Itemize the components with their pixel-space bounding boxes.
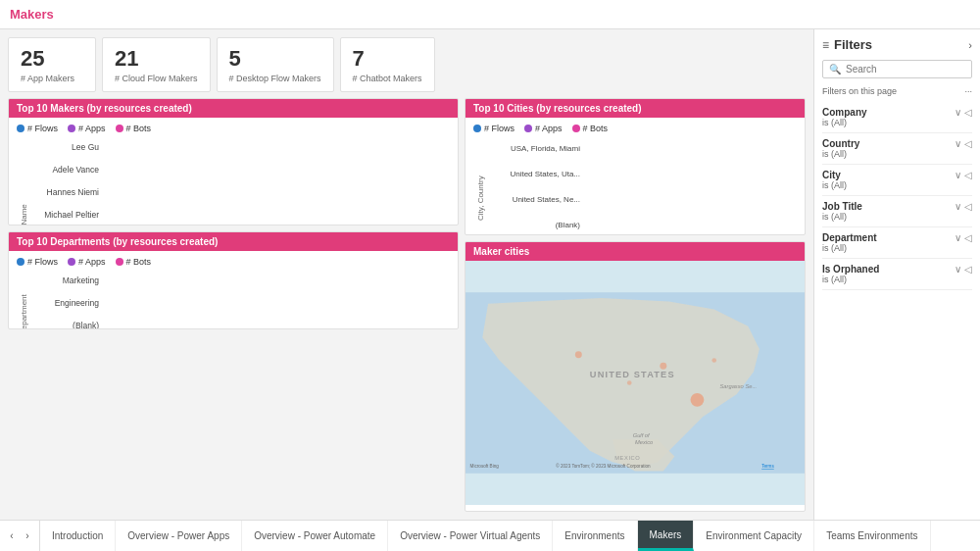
filter-expand-icon[interactable]: ∨ <box>955 264 961 275</box>
dept-chart-body: # Flows# Apps# Bots Department Marketing… <box>9 251 458 329</box>
city-label: United States, Ne... <box>488 195 586 204</box>
cities-chart-panel: Top 10 Cities (by resources created) # F… <box>465 98 806 235</box>
search-input[interactable] <box>846 64 965 75</box>
makers-chart-wrapper: Maker Name Lee GuAdele VanceHannes Niemi… <box>17 137 450 225</box>
legend-item: # Bots <box>116 257 152 267</box>
bar-row: Marketing <box>31 271 450 290</box>
svg-point-7 <box>660 363 666 370</box>
kpi-card-2: 5# Desktop Flow Makers <box>217 37 334 92</box>
kpi-label-1: # Cloud Flow Makers <box>115 74 198 83</box>
makers-chart-body: # Flows# Apps# Bots Maker Name Lee GuAde… <box>9 118 458 225</box>
filter-expand-icon[interactable]: ∨ <box>955 201 961 212</box>
filter-clear-icon[interactable]: ◁ <box>964 264 972 275</box>
filter-header: ≡ Filters › <box>822 37 972 52</box>
bar-row: Lee Gu <box>31 137 450 157</box>
filter-name: Company <box>822 107 867 118</box>
filter-item-header: Country ∨ ◁ <box>822 138 972 149</box>
map-header: Maker cities <box>466 242 805 261</box>
nav-tab-overview---power-virtual-agents[interactable]: Overview - Power Virtual Agents <box>388 521 553 551</box>
makers-chart-header: Top 10 Makers (by resources created) <box>9 99 458 118</box>
makers-y-label: Maker Name <box>17 137 31 225</box>
top-bar: Makers <box>0 0 980 29</box>
bar-label: (Blank) <box>31 321 105 329</box>
city-bar-row: USA, Florida, Miami <box>488 137 797 160</box>
filter-name: Job Title <box>822 201 862 212</box>
filter-item-job-title: Job Title ∨ ◁ is (All) <box>822 196 972 227</box>
filter-clear-icon[interactable]: ◁ <box>964 170 972 180</box>
charts-row: Top 10 Makers (by resources created) # F… <box>8 98 806 512</box>
filter-controls: ∨ ◁ <box>955 201 972 212</box>
legend-item: # Flows <box>17 124 58 133</box>
filter-controls: ∨ ◁ <box>955 138 972 149</box>
filter-expand-icon[interactable]: ∨ <box>955 138 961 149</box>
kpi-card-1: 21# Cloud Flow Makers <box>102 37 211 92</box>
search-box[interactable]: 🔍 <box>822 60 972 78</box>
filter-name: Department <box>822 232 877 243</box>
dept-chart-panel: Top 10 Departments (by resources created… <box>8 231 459 329</box>
cities-legend: # Flows# Apps# Bots <box>473 124 797 133</box>
filter-title: ≡ Filters <box>822 37 872 52</box>
filters-on-page-label: Filters on this page ··· <box>822 86 972 96</box>
kpi-card-0: 25# App Makers <box>8 37 96 92</box>
svg-text:Terms: Terms <box>761 464 774 469</box>
filter-clear-icon[interactable]: ◁ <box>964 201 972 212</box>
filter-name: Is Orphaned <box>822 264 879 275</box>
nav-prev-arrow[interactable]: ‹ <box>5 530 19 541</box>
nav-tab-overview---power-automate[interactable]: Overview - Power Automate <box>242 521 388 551</box>
nav-tab-environments[interactable]: Environments <box>553 521 637 551</box>
svg-point-9 <box>627 380 632 385</box>
chart-left: Top 10 Makers (by resources created) # F… <box>8 98 459 512</box>
bar-row: (Blank) <box>31 316 450 329</box>
filter-value: is (All) <box>822 212 972 222</box>
legend-item: # Bots <box>116 124 152 133</box>
bar-label: Lee Gu <box>31 142 105 152</box>
svg-text:Mexico: Mexico <box>635 439 654 445</box>
dashboard: 25# App Makers21# Cloud Flow Makers5# De… <box>0 29 813 520</box>
legend-item: # Flows <box>473 124 514 133</box>
filter-icon: ≡ <box>822 38 829 52</box>
filter-expand-icon[interactable]: ∨ <box>955 107 961 118</box>
kpi-number-0: 25 <box>21 46 83 72</box>
filter-controls: ∨ ◁ <box>955 107 972 118</box>
nav-tab-overview---power-apps[interactable]: Overview - Power Apps <box>116 521 242 551</box>
nav-tab-makers[interactable]: Makers <box>638 521 695 551</box>
nav-next-arrow[interactable]: › <box>21 530 34 541</box>
bar-label: Marketing <box>31 276 105 285</box>
dept-chart-header: Top 10 Departments (by resources created… <box>9 232 458 251</box>
makers-chart-panel: Top 10 Makers (by resources created) # F… <box>8 98 459 225</box>
legend-item: # Flows <box>17 257 58 267</box>
kpi-label-2: # Desktop Flow Makers <box>229 74 321 83</box>
filter-expand-icon[interactable]: ∨ <box>955 232 961 243</box>
nav-tab-teams-environments[interactable]: Teams Environments <box>814 521 930 551</box>
kpi-number-3: 7 <box>353 46 422 72</box>
svg-text:Gulf of: Gulf of <box>633 432 651 438</box>
svg-text:© 2023 TomTom; © 2023 Microsof: © 2023 TomTom; © 2023 Microsoft Corporat… <box>556 463 651 469</box>
filter-controls: ∨ ◁ <box>955 170 972 180</box>
filter-collapse-arrow[interactable]: › <box>968 39 972 51</box>
kpi-card-3: 7# Chatbot Makers <box>340 37 435 92</box>
dept-chart-content: MarketingEngineering(Blank) 05001,0001,5… <box>31 271 450 329</box>
svg-point-8 <box>575 351 582 358</box>
nav-tab-introduction[interactable]: Introduction <box>40 521 116 551</box>
legend-item: # Apps <box>524 124 563 133</box>
bar-row: Adele Vance <box>31 160 450 179</box>
cities-y-label: City, Country <box>473 137 488 235</box>
filter-clear-icon[interactable]: ◁ <box>964 107 972 118</box>
makers-legend: # Flows# Apps# Bots <box>17 124 450 133</box>
filter-clear-icon[interactable]: ◁ <box>964 138 972 149</box>
filter-name: City <box>822 170 841 180</box>
filter-items: Company ∨ ◁ is (All) Country ∨ ◁ is (All… <box>822 102 972 290</box>
map-panel: Maker cities Gulf of Mexico <box>465 241 806 512</box>
filter-expand-icon[interactable]: ∨ <box>955 170 961 180</box>
filter-value: is (All) <box>822 180 972 190</box>
filter-item-company: Company ∨ ◁ is (All) <box>822 102 972 133</box>
legend-item: # Bots <box>572 124 609 133</box>
filter-item-is-orphaned: Is Orphaned ∨ ◁ is (All) <box>822 259 972 290</box>
kpi-row: 25# App Makers21# Cloud Flow Makers5# De… <box>8 37 806 92</box>
nav-tab-environment-capacity[interactable]: Environment Capacity <box>694 521 814 551</box>
dept-legend: # Flows# Apps# Bots <box>17 257 450 267</box>
filter-clear-icon[interactable]: ◁ <box>964 232 972 243</box>
bar-label: Michael Peltier <box>31 210 105 220</box>
filter-item-header: Company ∨ ◁ <box>822 107 972 118</box>
cities-bars: USA, Florida, MiamiUnited States, Uta...… <box>488 137 797 235</box>
